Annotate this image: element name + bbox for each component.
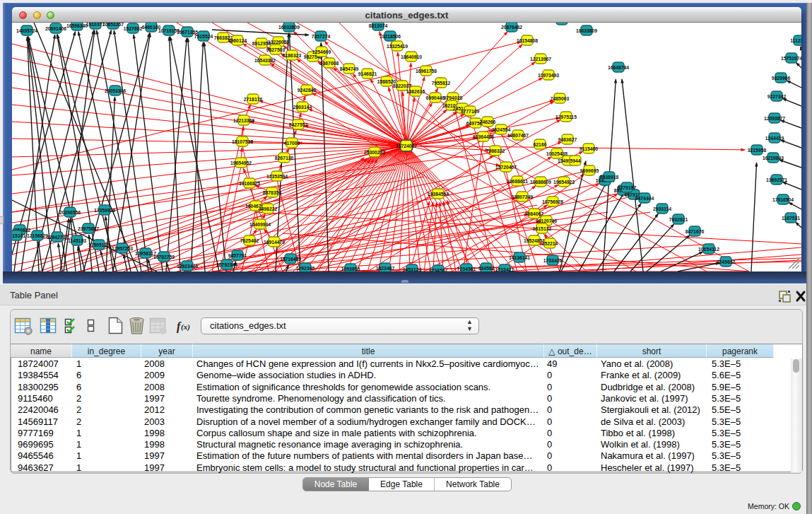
svg-text:18640910: 18640910 — [401, 54, 422, 59]
svg-text:1145193: 1145193 — [68, 238, 86, 243]
svg-text:9794028: 9794028 — [444, 95, 463, 100]
svg-text:7515524: 7515524 — [194, 34, 213, 39]
svg-text:16782759: 16782759 — [153, 255, 175, 259]
svg-text:2933114: 2933114 — [653, 206, 671, 211]
svg-text:15720407: 15720407 — [495, 165, 517, 170]
svg-text:8471676: 8471676 — [686, 229, 705, 234]
svg-text:8234567: 8234567 — [429, 268, 448, 272]
svg-text:12213967: 12213967 — [530, 57, 551, 62]
svg-text:10973493: 10973493 — [538, 73, 559, 78]
svg-text:1527602: 1527602 — [124, 26, 143, 31]
svg-text:7625402: 7625402 — [240, 238, 259, 243]
svg-text:9245632: 9245632 — [717, 259, 736, 264]
svg-text:7234561: 7234561 — [457, 267, 476, 271]
svg-text:18724007: 18724007 — [396, 144, 417, 148]
svg-text:13325419: 13325419 — [387, 44, 408, 49]
svg-text:13692971: 13692971 — [766, 177, 787, 182]
svg-text:7986322: 7986322 — [486, 148, 505, 153]
svg-text:1112345: 1112345 — [790, 38, 801, 43]
svg-text:21364436: 21364436 — [473, 134, 494, 139]
svg-text:12505135: 12505135 — [88, 243, 110, 247]
svg-text:16409934: 16409934 — [249, 222, 271, 227]
svg-text:16961758: 16961758 — [416, 69, 437, 74]
svg-text:25300293: 25300293 — [364, 150, 385, 155]
svg-text:10688611: 10688611 — [507, 179, 528, 184]
svg-text:9115460: 9115460 — [579, 146, 598, 151]
svg-text:18807249: 18807249 — [512, 194, 533, 199]
svg-text:1093855: 1093855 — [341, 267, 360, 271]
svg-text:6990448: 6990448 — [426, 95, 445, 100]
svg-text:2803144: 2803144 — [293, 105, 312, 110]
svg-text:19166825: 19166825 — [239, 181, 260, 186]
svg-text:9329966: 9329966 — [772, 76, 791, 81]
svg-text:7357274: 7357274 — [312, 34, 331, 39]
svg-text:20691406: 20691406 — [45, 26, 66, 31]
svg-text:12942737: 12942737 — [47, 235, 68, 240]
svg-text:12923446: 12923446 — [177, 264, 198, 269]
svg-text:8878354: 8878354 — [263, 190, 282, 195]
svg-text:13226058: 13226058 — [268, 40, 289, 45]
svg-text:9699695: 9699695 — [580, 168, 599, 173]
svg-text:12156829: 12156829 — [27, 233, 48, 238]
svg-text:3215958: 3215958 — [748, 148, 767, 153]
svg-text:17016504: 17016504 — [772, 197, 794, 202]
svg-text:9457791: 9457791 — [228, 253, 247, 258]
svg-text:19384554: 19384554 — [428, 192, 449, 197]
svg-text:12975115: 12975115 — [555, 115, 577, 119]
svg-text:16120746: 16120746 — [536, 218, 557, 223]
svg-text:10688609: 10688609 — [530, 180, 551, 185]
svg-text:8813074: 8813074 — [369, 23, 388, 28]
svg-text:20053346: 20053346 — [105, 88, 126, 93]
svg-text:10756928: 10756928 — [542, 199, 563, 204]
svg-text:18107533: 18107533 — [232, 139, 253, 144]
svg-text:6379197: 6379197 — [618, 185, 637, 190]
svg-text:934562: 934562 — [478, 266, 495, 271]
svg-text:252214: 252214 — [542, 241, 558, 246]
svg-text:12093877: 12093877 — [764, 116, 785, 121]
svg-text:7955812: 7955812 — [432, 81, 451, 86]
svg-text:19654952: 19654952 — [230, 160, 252, 165]
svg-text:1615132: 1615132 — [533, 226, 552, 231]
svg-text:9084067: 9084067 — [525, 211, 544, 216]
svg-text:2718176: 2718176 — [244, 97, 263, 102]
svg-text:18033809: 18033809 — [576, 28, 597, 33]
svg-text:9474444: 9474444 — [635, 196, 654, 201]
svg-text:3915161: 3915161 — [12, 233, 25, 238]
svg-text:9463627: 9463627 — [558, 137, 577, 142]
svg-text:2367608: 2367608 — [320, 61, 339, 66]
svg-text:15751074: 15751074 — [781, 56, 801, 61]
svg-text:62160: 62160 — [534, 142, 547, 147]
svg-text:(x): (x) — [181, 322, 190, 332]
svg-text:4498222: 4498222 — [259, 206, 278, 211]
svg-text:10792344: 10792344 — [216, 262, 237, 267]
svg-text:12353594: 12353594 — [266, 174, 288, 179]
svg-text:1823467: 1823467 — [376, 266, 395, 271]
svg-text:1292345: 1292345 — [296, 266, 315, 271]
svg-text:16210643: 16210643 — [763, 156, 784, 160]
svg-text:417006: 417006 — [284, 141, 300, 146]
svg-text:16543382: 16543382 — [254, 58, 276, 63]
svg-text:14055724: 14055724 — [16, 28, 37, 33]
svg-text:8960124: 8960124 — [228, 38, 247, 43]
svg-text:8427552: 8427552 — [289, 122, 308, 127]
svg-text:19218506: 19218506 — [379, 34, 401, 39]
svg-text:1733421: 1733421 — [495, 267, 514, 272]
svg-text:1254609: 1254609 — [312, 49, 331, 54]
svg-text:10653267: 10653267 — [102, 23, 124, 27]
svg-text:1362615: 1362615 — [406, 89, 425, 94]
svg-text:14136141: 14136141 — [509, 255, 530, 260]
svg-text:9777169: 9777169 — [461, 109, 480, 114]
svg-text:1244419: 1244419 — [765, 136, 784, 141]
svg-text:9227342: 9227342 — [767, 94, 787, 99]
svg-text:8322037: 8322037 — [393, 83, 412, 88]
svg-text:20876482: 20876482 — [501, 25, 522, 30]
svg-text:9453123: 9453123 — [403, 267, 422, 272]
svg-text:16033809: 16033809 — [278, 25, 300, 30]
svg-text:5944: 5944 — [570, 158, 580, 163]
svg-text:9242848: 9242848 — [298, 88, 317, 93]
svg-text:9146821: 9146821 — [358, 71, 377, 76]
svg-text:16914479: 16914479 — [264, 240, 285, 245]
svg-text:16596340: 16596340 — [66, 23, 88, 28]
svg-text:10025438: 10025438 — [546, 151, 567, 156]
svg-text:746266: 746266 — [480, 119, 496, 124]
